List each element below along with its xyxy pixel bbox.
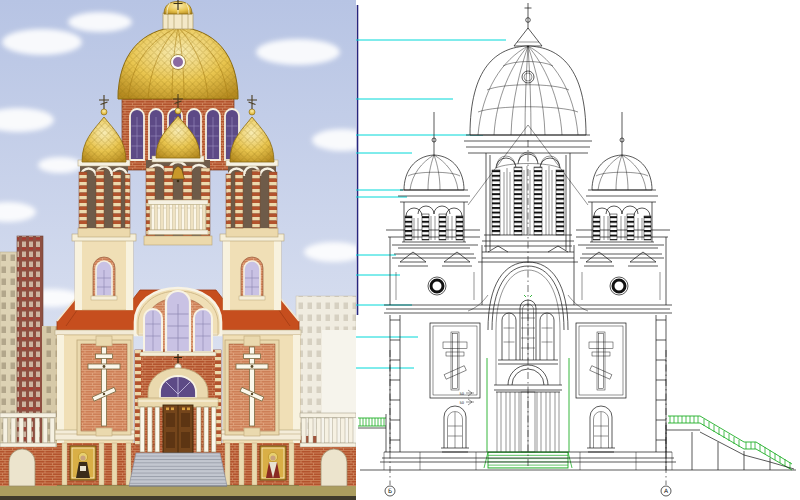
central-arch-drawing <box>468 262 588 385</box>
front-steps <box>129 453 227 486</box>
elevation-drawing: Б А 50 50 <box>358 3 796 496</box>
line-drawing-panel: Б А 50 50 <box>356 0 800 500</box>
axis-label-b: Б <box>388 487 392 494</box>
main-dome-drawing <box>464 46 592 153</box>
dim-label-2: 50 <box>459 401 464 405</box>
right-cross-panel <box>225 336 279 436</box>
base-drawing <box>360 452 796 470</box>
dim-label-1: 50 <box>459 392 464 396</box>
right-ramp-railing <box>666 416 794 470</box>
cathedral-elevation-drawing: Б А 50 50 <box>356 0 800 500</box>
dimension-marks: 50 50 <box>459 390 474 405</box>
architecture-sheet: Б А 50 50 <box>0 0 800 500</box>
color-rendering-panel <box>0 0 356 500</box>
left-icon <box>70 446 96 480</box>
left-railing <box>358 414 386 452</box>
left-cross-panel <box>77 336 131 436</box>
axis-label-a: А <box>664 487 669 494</box>
cathedral-rendering <box>0 0 356 500</box>
right-icon <box>260 446 286 480</box>
